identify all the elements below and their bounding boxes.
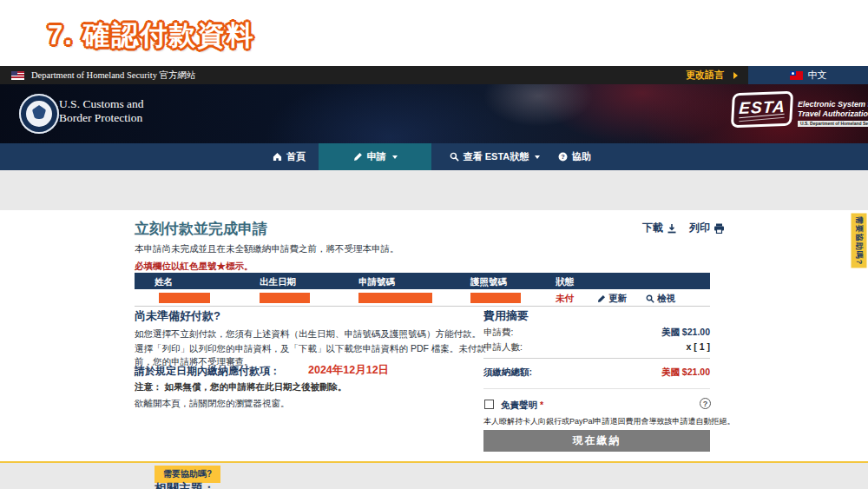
due-date-label: 請於規定日期內繳納應付款項： (135, 364, 280, 379)
help-question-icon[interactable]: ? (700, 398, 711, 409)
col-dob: 出生日期 (260, 276, 296, 288)
need-help-ribbon[interactable]: 需要協助嗎? (852, 214, 867, 268)
not-ready-p1: 如您選擇不立刻付款，您須有上述資料（出生日期、申請號碼及護照號碼）方能付款。 (135, 327, 481, 340)
question-icon: ? (558, 152, 568, 162)
nav-apply[interactable]: 申請 (319, 143, 431, 170)
required-asterisk: * (540, 400, 543, 410)
redacted-application-number (358, 293, 432, 303)
nav-home[interactable]: 首頁 (260, 143, 318, 170)
main-navigation: 首頁 申請 查看 ESTA狀態 ? 協助 (0, 143, 868, 170)
agency-name: U.S. Customs and Border Protection (59, 97, 144, 125)
fee-row-total: 須繳納總額: 美國 $21.00 (483, 367, 710, 379)
chargeback-note: 本人瞭解持卡人向銀行或PayPal申請退回費用會導致該申請遭自動拒絕。 (483, 416, 735, 427)
download-icon (667, 223, 677, 234)
site-header: U.S. Customs and Border Protection ESTA … (0, 84, 868, 143)
tutorial-step-title: 7. 確認付款資料 (48, 17, 254, 54)
fee-summary-heading: 費用摘要 (483, 308, 529, 324)
download-link[interactable]: 下載 (642, 221, 677, 235)
caret-down-icon (535, 155, 540, 159)
change-language-link[interactable]: 更改語言 (686, 69, 724, 82)
esta-dhs-strip: U.S. Department of Homeland Security ® (798, 121, 868, 127)
related-topics-heading: 相關主題： (155, 481, 215, 489)
cbp-seal-logo (19, 94, 59, 134)
taiwan-flag-icon (790, 71, 803, 80)
main-content: 立刻付款並完成申請 下載 列印 本申請尚未完成並且在未全額繳納申請費之前，將不受… (0, 210, 868, 461)
fee-row-count: 申請人數: x [ 1 ] (483, 341, 710, 354)
esta-logo: ESTA Electronic System for Travel Author… (732, 92, 868, 127)
government-banner: Department of Homeland Security 官方網站 更改語… (0, 66, 868, 84)
redacted-dob (260, 293, 310, 303)
agency-line2: Border Protection (59, 111, 144, 125)
not-ready-heading: 尚未準備好付款? (135, 308, 220, 324)
search-icon (450, 152, 459, 162)
fee-divider (483, 388, 710, 389)
home-icon (273, 152, 282, 162)
esta-payment-page: 7. 確認付款資料 Department of Homeland Securit… (0, 0, 868, 489)
fee-row-application: 申請費: 美國 $21.00 (483, 327, 710, 339)
redacted-passport-number (470, 293, 521, 303)
agency-line1: U.S. Customs and (59, 97, 144, 111)
esta-tagline: Electronic System for Travel Authorizati… (798, 100, 868, 127)
col-status: 狀態 (556, 276, 574, 288)
svg-text:?: ? (561, 153, 565, 161)
view-link[interactable]: 檢視 (646, 293, 675, 305)
applicant-table-row: 未付 更新 檢視 (135, 289, 710, 307)
nav-help[interactable]: ? 協助 (549, 143, 601, 170)
redacted-name (159, 293, 210, 303)
incomplete-warning-text: 本申請尚未完成並且在未全額繳納申請費之前，將不受理本申請。 (135, 243, 399, 255)
printer-icon (713, 223, 725, 234)
esta-monitor-icon: ESTA (731, 91, 793, 128)
page-title: 立刻付款並完成申請 (135, 219, 267, 239)
applicant-table-header: 姓名 出生日期 申請號碼 護照號碼 狀態 (135, 273, 710, 289)
pencil-icon (353, 152, 363, 162)
disclaimer-label: 免責聲明 * (501, 400, 543, 412)
status-badge: 未付 (556, 293, 574, 305)
pencil-icon (597, 294, 606, 303)
col-application-number: 申請號碼 (358, 276, 395, 288)
nav-check-status[interactable]: 查看 ESTA狀態 (443, 143, 547, 170)
fee-divider (483, 358, 710, 359)
required-fields-note: 必填欄位以紅色星號★標示。 (135, 261, 253, 273)
leave-page-note: 欲離開本頁，請關閉您的瀏覽器視窗。 (135, 397, 290, 410)
official-site-label: Department of Homeland Security 官方網站 (31, 69, 196, 82)
caret-down-icon (392, 155, 398, 159)
need-help-badge[interactable]: 需要協助嗎? (155, 466, 220, 483)
document-actions: 下載 列印 (642, 221, 725, 235)
pay-now-button[interactable]: 現在繳納 (483, 430, 710, 452)
eagle-emblem (32, 105, 46, 119)
current-language-label: 中文 (808, 69, 827, 82)
due-date-value: 2024年12月12日 (308, 363, 389, 378)
col-passport-number: 護照號碼 (470, 276, 507, 288)
search-icon (646, 294, 654, 303)
application-progress-bar: 免責聲明 申請資料 個人資訊 旅行資料 符合資格問題 審閱申請 付款 (0, 170, 868, 210)
language-selector[interactable]: 中文 (748, 66, 868, 84)
footer-area: 需要協助嗎? 相關主題： (0, 463, 868, 489)
col-name: 姓名 (155, 276, 173, 288)
print-link[interactable]: 列印 (689, 221, 725, 235)
update-link[interactable]: 更新 (597, 293, 627, 305)
caret-right-icon (733, 72, 738, 79)
deletion-note: 注意： 如果無償，您的申請將在此日期之後被刪除。 (135, 381, 346, 393)
us-flag-icon (11, 71, 24, 80)
disclaimer-checkbox[interactable] (484, 400, 494, 409)
